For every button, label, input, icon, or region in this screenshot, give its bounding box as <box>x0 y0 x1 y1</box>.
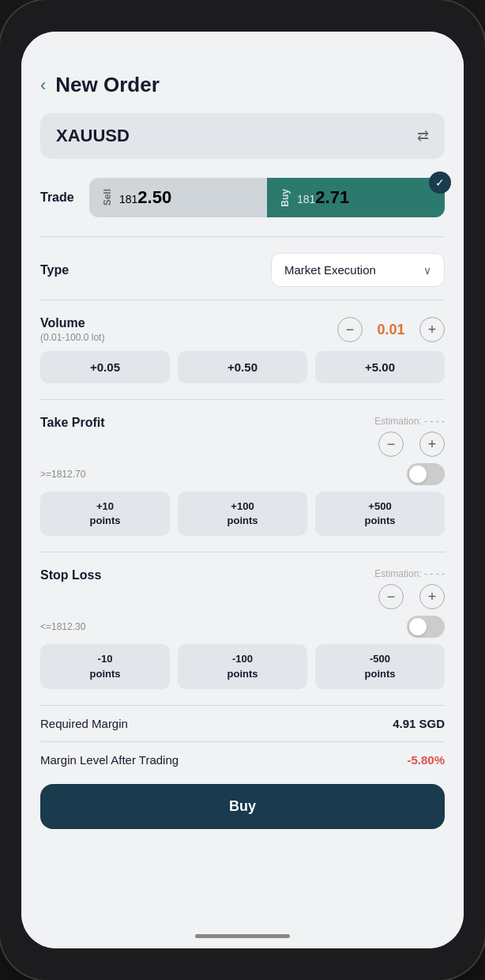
take-profit-section: Take Profit Estimation: - - - - − + >=18… <box>40 416 445 536</box>
header: ‹ New Order <box>40 66 445 97</box>
take-profit-point-2[interactable]: +100points <box>178 492 307 536</box>
take-profit-estimation: Estimation: - - - - <box>374 416 445 427</box>
buy-price-button[interactable]: Buy 181 2.71 <box>267 178 445 217</box>
stop-loss-sublabel: <=1812.30 <box>40 621 85 632</box>
volume-header: Volume (0.01-100.0 lot) − 0.01 + <box>40 316 445 343</box>
back-button[interactable]: ‹ <box>40 75 46 96</box>
checkmark-badge: ✓ <box>429 172 451 194</box>
margin-level-value: -5.80% <box>407 753 445 767</box>
take-profit-toggle-row: >=1812.70 <box>40 463 445 485</box>
volume-preset-1[interactable]: +0.05 <box>40 351 170 383</box>
sell-price-prefix: 181 <box>119 193 137 205</box>
buy-price-prefix: 181 <box>297 193 315 205</box>
required-margin-label: Required Margin <box>40 717 128 730</box>
phone-screen: ‹ New Order XAUUSD ⇄ Trade Sell 181 2.50 <box>21 32 464 948</box>
phone-shell: ‹ New Order XAUUSD ⇄ Trade Sell 181 2.50 <box>0 0 485 980</box>
take-profit-point-1[interactable]: +10points <box>40 492 170 536</box>
required-margin-row: Required Margin 4.91 SGD <box>40 705 445 741</box>
buy-price-display: 181 2.71 <box>297 187 349 208</box>
take-profit-plus-button[interactable]: + <box>419 432 445 457</box>
divider-3 <box>40 399 445 400</box>
home-bar <box>195 934 290 938</box>
buy-label: Buy <box>280 189 291 207</box>
symbol-row[interactable]: XAUUSD ⇄ <box>40 113 445 159</box>
volume-plus-button[interactable]: + <box>419 317 445 342</box>
volume-preset-2[interactable]: +0.50 <box>178 351 307 383</box>
stop-loss-label: Stop Loss <box>40 568 101 582</box>
stop-loss-section: Stop Loss Estimation: - - - - − + <=1812… <box>40 568 445 688</box>
take-profit-label: Take Profit <box>40 416 105 430</box>
dropdown-arrow-icon: ∨ <box>423 264 431 277</box>
type-dropdown[interactable]: Market Execution ∨ <box>271 253 445 287</box>
take-profit-right: Estimation: - - - - − + <box>374 416 445 457</box>
stop-loss-label-group: Stop Loss <box>40 568 101 582</box>
buy-price-suffix: 2.71 <box>315 187 349 208</box>
volume-minus-button[interactable]: − <box>337 317 363 342</box>
divider-2 <box>40 300 445 300</box>
stop-loss-controls: − + <box>378 584 445 609</box>
page-title: New Order <box>55 73 160 97</box>
volume-preset-3[interactable]: +5.00 <box>315 351 445 383</box>
take-profit-toggle[interactable] <box>407 463 445 485</box>
stop-loss-header: Stop Loss Estimation: - - - - − + <box>40 568 445 609</box>
take-profit-point-3[interactable]: +500points <box>315 492 445 536</box>
swap-icon[interactable]: ⇄ <box>417 127 429 145</box>
stop-loss-toggle-row: <=1812.30 <box>40 616 445 638</box>
take-profit-controls: − + <box>378 432 445 457</box>
take-profit-label-group: Take Profit <box>40 416 105 430</box>
stop-loss-point-2[interactable]: -100points <box>178 644 307 688</box>
type-value: Market Execution <box>284 263 414 277</box>
type-label: Type <box>40 263 69 277</box>
volume-value: 0.01 <box>375 322 407 338</box>
sell-price-display: 181 2.50 <box>119 187 171 208</box>
volume-section: Volume (0.01-100.0 lot) − 0.01 + +0.05 +… <box>40 316 445 383</box>
take-profit-sublabel: >=1812.70 <box>40 469 85 480</box>
type-row: Type Market Execution ∨ <box>40 253 445 287</box>
take-profit-points: +10points +100points +500points <box>40 492 445 536</box>
sell-button[interactable]: Sell 181 2.50 <box>89 178 267 217</box>
app-content: ‹ New Order XAUUSD ⇄ Trade Sell 181 2.50 <box>21 66 464 923</box>
trade-row: Trade Sell 181 2.50 Buy 181 2.71 <box>40 178 445 217</box>
volume-label-group: Volume (0.01-100.0 lot) <box>40 316 104 343</box>
buy-action-button[interactable]: Buy <box>40 784 445 829</box>
divider-4 <box>40 552 445 552</box>
stop-loss-toggle[interactable] <box>407 616 445 638</box>
symbol-name: XAUUSD <box>56 126 130 146</box>
trade-buttons: Sell 181 2.50 Buy 181 2.71 ✓ <box>89 178 445 217</box>
stop-loss-right: Estimation: - - - - − + <box>374 568 445 609</box>
volume-presets: +0.05 +0.50 +5.00 <box>40 351 445 383</box>
take-profit-header: Take Profit Estimation: - - - - − + <box>40 416 445 457</box>
buy-action-label: Buy <box>229 798 256 814</box>
margin-level-label: Margin Level After Trading <box>40 753 179 767</box>
volume-control: − 0.01 + <box>337 317 445 342</box>
divider-1 <box>40 236 445 237</box>
stop-loss-estimation: Estimation: - - - - <box>374 568 445 579</box>
required-margin-value: 4.91 SGD <box>393 717 445 730</box>
trade-label: Trade <box>40 190 80 205</box>
stop-loss-plus-button[interactable]: + <box>419 584 445 609</box>
home-indicator <box>21 923 464 948</box>
take-profit-minus-button[interactable]: − <box>378 432 404 457</box>
sell-price-suffix: 2.50 <box>137 187 171 208</box>
volume-label: Volume <box>40 316 104 330</box>
status-bar <box>21 32 464 66</box>
stop-loss-point-3[interactable]: -500points <box>315 644 445 688</box>
stop-loss-minus-button[interactable]: − <box>378 584 404 609</box>
margin-level-row: Margin Level After Trading -5.80% <box>40 741 445 778</box>
stop-loss-point-1[interactable]: -10points <box>40 644 170 688</box>
stop-loss-points: -10points -100points -500points <box>40 644 445 688</box>
volume-sublabel: (0.01-100.0 lot) <box>40 332 104 343</box>
sell-label: Sell <box>102 189 113 205</box>
